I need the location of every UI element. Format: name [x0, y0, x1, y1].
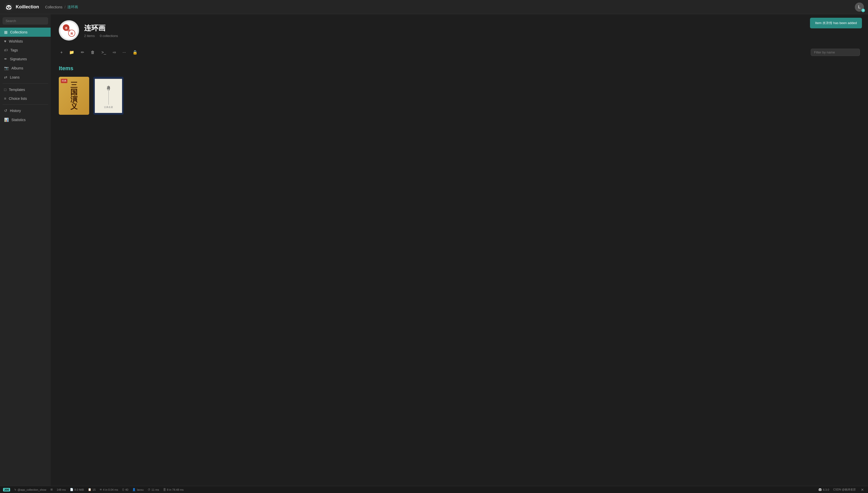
server-icon: ⊞ — [50, 488, 53, 491]
sidebar-item-choicelists[interactable]: ≡ Choice lists — [0, 94, 51, 103]
book2-inner: 水浒传 古典名著 — [95, 79, 122, 113]
sidebar-item-signatures[interactable]: ✒ Signatures — [0, 55, 51, 64]
toast-notification: Item 水浒传 has been added — [810, 18, 862, 28]
status-route: ↳ @app_collection_show — [14, 488, 46, 491]
sidebar-item-templates[interactable]: □ Templates — [0, 85, 51, 94]
collection-meta: 2 items 0 collections — [84, 34, 118, 38]
tag-icon: 🏷 — [4, 48, 8, 52]
files-icon: 📋 — [88, 488, 91, 491]
heart-icon: ♥ — [4, 39, 6, 43]
sidebar-item-label: History — [10, 109, 21, 113]
breadcrumb-sep: / — [65, 5, 66, 9]
collection-header: 连 画 环 连环画 2 items 0 collections — [59, 20, 860, 41]
item-image-sanguo: 经典 三国演义 — [59, 77, 89, 115]
sidebar-item-albums[interactable]: 📷 Albums — [0, 64, 51, 73]
topbar-right: L ▾ — [855, 2, 864, 12]
sidebar-item-label: Loans — [10, 75, 20, 79]
collection-info: 连环画 2 items 0 collections — [84, 23, 118, 38]
breadcrumb-current: 连环画 — [67, 5, 78, 9]
folder-button[interactable]: 📁 — [68, 49, 76, 56]
history-icon: ↺ — [4, 108, 7, 113]
status-files: 📋 15 — [88, 488, 95, 491]
book2-subtitle: 古典名著 — [104, 106, 113, 109]
collections-count: 0 collections — [100, 34, 118, 38]
sidebar-item-label: Choice lists — [9, 97, 27, 101]
main-layout: ▦ Collections ♥ Wishlists 🏷 Tags ✒ Signa… — [0, 14, 868, 486]
delete-button[interactable]: 🗑 — [89, 49, 96, 56]
items-section: Items 经典 三国演义 水浒传 — [59, 65, 860, 115]
search-input[interactable] — [2, 17, 48, 25]
lock-button[interactable]: 🔒 — [131, 49, 139, 56]
status-timing1: 148 ms — [57, 488, 66, 491]
toolbar: + 📁 ✏ 🗑 >_ ⇨ ··· 🔒 — [59, 47, 860, 58]
more-button[interactable]: ··· — [121, 49, 127, 56]
app-name: Koillection — [16, 4, 39, 9]
sidebar-divider-2 — [2, 104, 48, 105]
sidebar-item-label: Templates — [9, 88, 25, 92]
section-title: Items — [59, 65, 860, 72]
item-card-sanguo[interactable]: 经典 三国演义 — [59, 77, 89, 115]
collection-avatar-inner: 连 画 环 — [59, 20, 79, 41]
status-copyright: CSDN @杨涛老苏 — [833, 488, 856, 492]
svg-text:环: 环 — [67, 29, 71, 32]
user-icon: 👤 — [132, 488, 136, 491]
sidebar-item-label: Signatures — [10, 57, 27, 61]
sidebar-item-wishlists[interactable]: ♥ Wishlists — [0, 37, 51, 46]
toast-message: Item 水浒传 has been added — [815, 21, 857, 25]
sidebar-item-tags[interactable]: 🏷 Tags — [0, 46, 51, 55]
list-icon: ≡ — [4, 96, 6, 101]
status-memory: 📄 8.0 MiB — [70, 488, 84, 491]
sidebar: ▦ Collections ♥ Wishlists 🏷 Tags ✒ Signa… — [0, 14, 51, 486]
status-user-timing: ⏱ 11 ms — [148, 488, 159, 491]
close-button[interactable]: ✕ — [860, 488, 865, 492]
terminal-button[interactable]: >_ — [100, 49, 107, 56]
content-area: Item 水浒传 has been added 连 画 环 — [51, 14, 868, 486]
sidebar-item-history[interactable]: ↺ History — [0, 106, 51, 115]
route-icon: ↳ — [14, 488, 17, 491]
add-button[interactable]: + — [59, 49, 64, 56]
book1-title-text: 三国演义 — [70, 82, 78, 110]
logo-icon: 🐼 — [4, 2, 13, 12]
book2-title-text: 水浒传 — [106, 83, 111, 86]
book2-divider — [108, 87, 109, 104]
topbar: 🐼 Koillection Collections / 连环画 L ▾ — [0, 0, 868, 14]
php-icon: ⟨⟩ — [122, 488, 124, 491]
item-image-shuihu: 水浒传 古典名著 — [93, 77, 124, 115]
svg-text:画: 画 — [70, 32, 73, 35]
loans-icon: ⇄ — [4, 75, 7, 80]
statusbar: 200 ↳ @app_collection_show ⊞ 148 ms 📄 8.… — [0, 486, 868, 493]
template-icon: □ — [4, 87, 6, 92]
sidebar-item-label: Albums — [12, 66, 23, 70]
user-avatar[interactable]: L ▾ — [855, 2, 864, 12]
signature-icon: ✒ — [4, 57, 7, 61]
sidebar-item-label: Wishlists — [9, 39, 23, 43]
sidebar-item-label: Statistics — [12, 118, 26, 122]
collection-logo-svg: 连 画 环 — [60, 20, 78, 41]
breadcrumb: Collections / 连环画 — [45, 5, 78, 9]
status-queries: ≋ 4 in 0.04 ms — [100, 488, 118, 491]
filter-input[interactable] — [811, 49, 860, 56]
clock-icon: ⏱ — [148, 488, 151, 491]
status-version: 🐼 6.3.0 — [818, 488, 829, 491]
sidebar-item-statistics[interactable]: 📊 Statistics — [0, 115, 51, 124]
breadcrumb-parent[interactable]: Collections — [45, 5, 62, 9]
items-count: 2 items — [84, 34, 95, 38]
svg-text:连: 连 — [65, 27, 68, 29]
sidebar-divider-1 — [2, 83, 48, 84]
sidebar-item-collections[interactable]: ▦ Collections — [0, 28, 51, 37]
status-user: 👤 laosu — [132, 488, 144, 491]
edit-button[interactable]: ✏ — [79, 49, 86, 56]
collection-avatar: 连 画 环 — [59, 20, 79, 41]
item-card-shuihu[interactable]: 水浒传 古典名著 — [93, 77, 124, 115]
db-icon: 🗄 — [163, 488, 166, 491]
sidebar-item-loans[interactable]: ⇄ Loans — [0, 73, 51, 82]
camera-icon: 📷 — [4, 66, 9, 70]
status-icon-1: ⊞ — [50, 488, 53, 491]
status-db: 🗄 8 in 78.48 ms — [163, 488, 184, 491]
chevron-down-icon: ▾ — [862, 8, 865, 12]
memory-icon: 📄 — [70, 488, 73, 491]
koillection-icon: 🐼 — [818, 488, 822, 491]
share-button[interactable]: ⇨ — [111, 49, 117, 56]
status-count-badge: 200 — [3, 488, 10, 492]
stats-icon: 📊 — [4, 117, 9, 122]
